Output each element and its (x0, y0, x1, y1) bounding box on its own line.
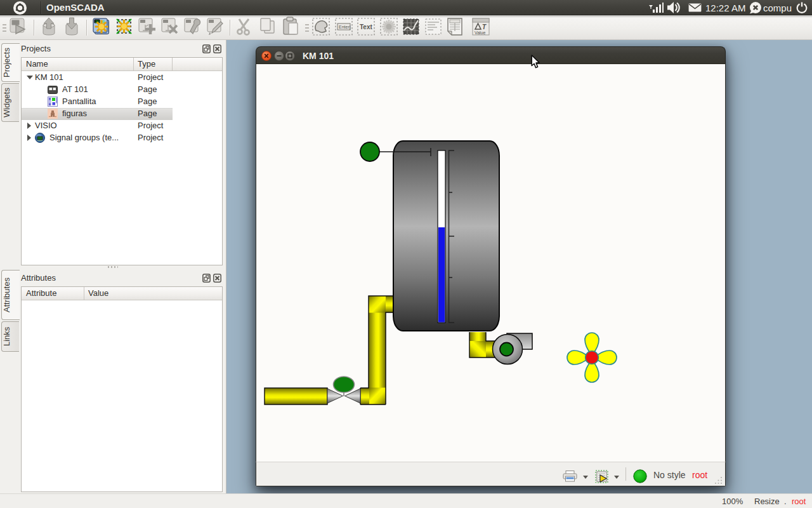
svg-text:Enter|: Enter| (339, 25, 351, 30)
svg-text:T: T (482, 23, 487, 30)
svg-text:20:30: 20:30 (95, 20, 105, 24)
svg-text:Value: Value (475, 30, 485, 35)
svg-text:Text: Text (360, 23, 372, 30)
